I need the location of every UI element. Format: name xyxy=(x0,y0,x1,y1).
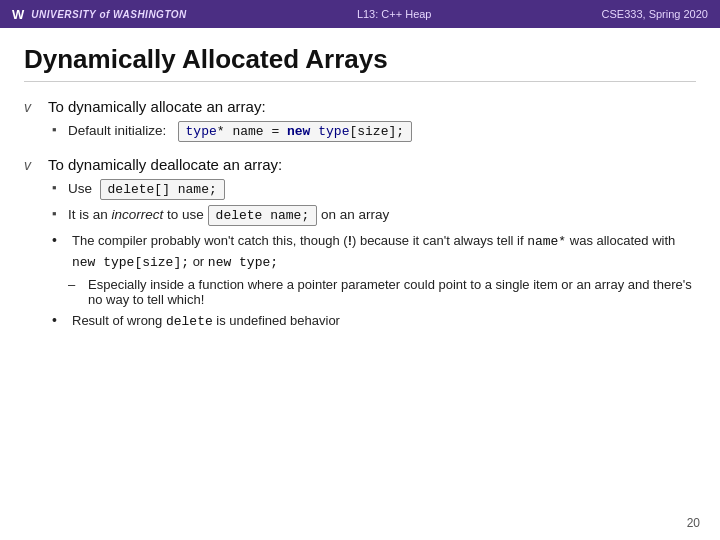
sub-item-incorrect: ▪ It is an incorrect to use delete name;… xyxy=(52,205,696,226)
sub-bullet-1: ▪ xyxy=(52,122,60,137)
dash-item-function: – Especially inside a function where a p… xyxy=(68,277,696,307)
code-new-array: new type[size]; xyxy=(72,255,189,270)
header-course: CSE333, Spring 2020 xyxy=(602,8,708,20)
code-name-star: name* xyxy=(527,234,566,249)
section1-sub: ▪ Default initialize: type* name = new t… xyxy=(52,121,696,142)
sub-text-incorrect: It is an incorrect to use delete name; o… xyxy=(68,205,389,226)
sub-bullet-2b: ▪ xyxy=(52,206,60,221)
sub-bullet-2a: ▪ xyxy=(52,180,60,195)
section2-sub: ▪ Use delete[] name; ▪ It is an incorrec… xyxy=(52,179,696,226)
sub-label-default: Default initialize: type* name = new typ… xyxy=(68,121,412,142)
uw-logo: W xyxy=(12,7,25,22)
page-title: Dynamically Allocated Arrays xyxy=(24,44,696,82)
header-title: L13: C++ Heap xyxy=(357,8,432,20)
code-delete-wrong: delete xyxy=(166,314,213,329)
code-default-init: type* name = new type[size]; xyxy=(178,121,413,142)
dot-item-undefined: • Result of wrong delete is undefined be… xyxy=(52,311,696,332)
header-bar: W UNIVERSITY of WASHINGTON L13: C++ Heap… xyxy=(0,0,720,28)
section2-title: To dynamically deallocate an array: xyxy=(48,156,282,173)
main-content: Dynamically Allocated Arrays v To dynami… xyxy=(0,28,720,356)
dash-bullet: – xyxy=(68,277,80,292)
section1-row: v To dynamically allocate an array: xyxy=(24,98,696,115)
em-incorrect: incorrect xyxy=(112,207,164,222)
dot-item-compiler: • The compiler probably won't catch this… xyxy=(52,231,696,272)
section-allocate: v To dynamically allocate an array: ▪ De… xyxy=(24,98,696,142)
sub-item-delete-array: ▪ Use delete[] name; xyxy=(52,179,696,200)
section2-row: v To dynamically deallocate an array: xyxy=(24,156,696,173)
sub-item-default-init: ▪ Default initialize: type* name = new t… xyxy=(52,121,696,142)
dot-text-compiler: The compiler probably won't catch this, … xyxy=(72,231,696,272)
dot-bullet-2: • xyxy=(52,312,64,328)
code-new-type: new type; xyxy=(208,255,278,270)
header-left: W UNIVERSITY of WASHINGTON xyxy=(12,7,187,22)
code-delete-name: delete name; xyxy=(208,205,318,226)
section-deallocate: v To dynamically deallocate an array: ▪ … xyxy=(24,156,696,332)
page-number: 20 xyxy=(687,516,700,530)
section1-title: To dynamically allocate an array: xyxy=(48,98,266,115)
bullet-v2: v xyxy=(24,157,38,173)
code-delete-array: delete[] name; xyxy=(100,179,225,200)
bullet-v1: v xyxy=(24,99,38,115)
sub-text-use: Use delete[] name; xyxy=(68,179,225,200)
dot-text-undefined: Result of wrong delete is undefined beha… xyxy=(72,311,340,332)
dot-bullet-1: • xyxy=(52,232,64,248)
university-name: UNIVERSITY of WASHINGTON xyxy=(31,9,187,20)
dot-items: • The compiler probably won't catch this… xyxy=(52,231,696,332)
exclamation: ! xyxy=(348,233,352,248)
dash-text: Especially inside a function where a poi… xyxy=(88,277,696,307)
